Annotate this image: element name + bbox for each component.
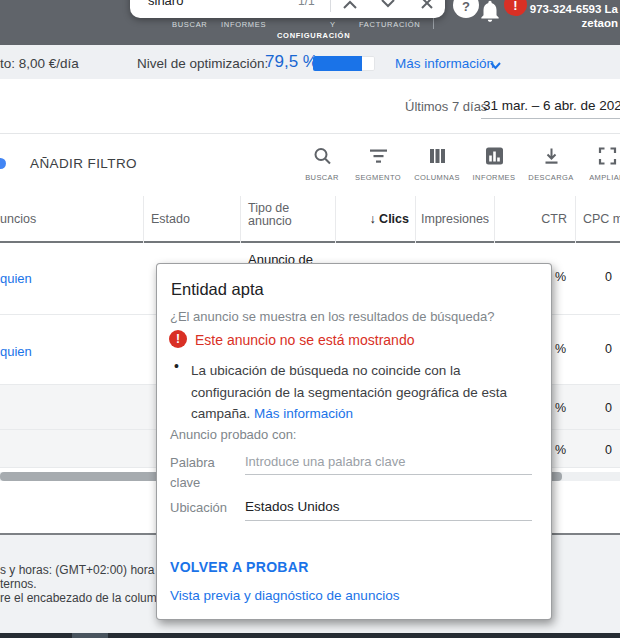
find-query-input[interactable]: sinaro [148,0,183,8]
find-in-page-bar[interactable]: sinaro 1/1 [130,0,445,18]
tool-label: DESCARGA [521,173,581,182]
toolbar-top-border [0,133,620,134]
nav-separator [433,18,434,29]
ad-preview-link[interactable]: Vista previa y diagnóstico de anuncios [170,588,399,603]
header-impresiones[interactable]: Impresiones [421,212,492,226]
date-range-underline [481,118,620,119]
nav-item-configuracion[interactable]: CONFIGURACIÓN [277,31,350,40]
location-input[interactable]: Estados Unidos [245,499,340,514]
tool-search-button[interactable]: BUSCAR [292,144,352,184]
reports-chart-icon [485,146,504,166]
ad-name-link[interactable]: quien [0,344,32,359]
location-input-underline [245,520,532,521]
tool-label: COLUMNAS [407,173,467,182]
ad-name-link[interactable]: quien [0,271,32,286]
search-icon [313,146,332,166]
find-match-count: 1/1 [298,0,315,8]
tool-reports-button[interactable]: INFORMES [464,144,524,184]
keyword-label: Palabra clave [170,453,228,493]
header-estado[interactable]: Estado [151,212,190,226]
optimization-progress-fill [313,56,362,71]
tool-label: BUSCAR [292,173,352,182]
columns-icon [428,146,447,166]
nav-item-facturacion[interactable]: FACTURACIÓN [359,20,420,29]
header-ctr[interactable]: CTR [494,212,567,226]
tool-download-button[interactable]: DESCARGA [521,144,581,184]
daily-budget-text: to: 8,00 €/día [0,56,79,71]
date-range-preset[interactable]: Últimos 7 días [405,99,487,114]
account-phone: 973-324-6593 La [518,2,618,16]
expand-icon [598,146,617,166]
segment-icon [369,146,388,166]
footer-note-line3: re el encabezado de la colum [0,591,157,605]
date-range-value[interactable]: 31 mar. – 6 abr. de 202 [483,98,620,113]
reason-text: La ubicación de búsqueda no coincide con… [191,360,533,425]
error-message: Este anuncio no se está mostrando [195,332,414,348]
nav-item-informes[interactable]: INFORMES [221,20,266,29]
retry-button[interactable]: VOLVER A PROBAR [170,559,309,575]
nav-item-buscar[interactable]: BUSCAR [172,20,207,29]
header-anuncios[interactable]: uncios [0,212,36,226]
keyword-input-underline [245,474,532,475]
tool-label: INFORMES [464,173,524,182]
tool-label: AMPLIAR [577,173,620,182]
tool-expand-button[interactable]: AMPLIAR [577,144,620,184]
sort-descending-icon: ↓ [369,212,375,226]
cpc-cell: 0 [575,443,612,457]
more-info-link[interactable]: Más información [395,56,494,71]
bullet-point: • [174,358,179,374]
reason-more-info-link[interactable]: Más información [254,406,353,421]
find-next-icon[interactable] [380,0,396,10]
footer-note-line1: s y horas: (GMT+02:00) hora [0,563,154,577]
header-clics-label: Clics [379,212,409,226]
find-bar-divider [330,0,331,12]
tool-columns-button[interactable]: COLUMNAS [407,144,467,184]
tested-with-label: Anuncio probado con: [170,427,296,442]
cpc-cell: 0 [575,401,612,415]
filter-dot-icon [0,158,6,169]
header-clics-sorted[interactable]: ↓ Clics [335,212,409,226]
tool-label: SEGMENTO [348,173,408,182]
account-info[interactable]: 973-324-6593 La zetaon [518,2,618,30]
dialog-question: ¿El anuncio se muestra en los resultados… [170,309,494,324]
find-previous-icon[interactable] [342,0,358,10]
error-icon: ! [169,330,187,348]
header-tipo-de-anuncio[interactable]: Tipo de anuncio [248,202,310,228]
notification-bell-icon[interactable] [477,0,503,24]
optimization-label: Nivel de optimización: [137,56,268,71]
cpc-cell: 0 [575,342,612,356]
account-name: zetaon [518,16,618,30]
tool-segment-button[interactable]: SEGMENTO [348,144,408,184]
entity-eligibility-dialog: Entidad apta ¿El anuncio se muestra en l… [156,263,552,620]
optimization-progress-bar [313,56,375,71]
bottom-bar-segment [72,633,108,638]
dialog-title: Entidad apta [171,280,264,299]
cpc-cell: 0 [575,270,612,284]
add-filter-button[interactable]: AÑADIR FILTRO [30,156,137,171]
google-ads-screen: BUSCAR INFORMES Y CONFIGURACIÓN FACTURAC… [0,0,620,638]
header-cpc-medio[interactable]: CPC medio [583,212,620,226]
chevron-down-icon[interactable] [489,61,502,70]
download-icon [542,146,561,166]
keyword-input[interactable]: Introduce una palabra clave [245,454,405,469]
find-close-icon[interactable] [420,0,434,10]
footer-note-line2: ternos. [0,577,37,591]
optimization-score: 79,5 % [265,52,318,72]
nav-item-y-configuracion-line1[interactable]: Y [330,20,336,29]
location-label: Ubicación [170,500,227,515]
